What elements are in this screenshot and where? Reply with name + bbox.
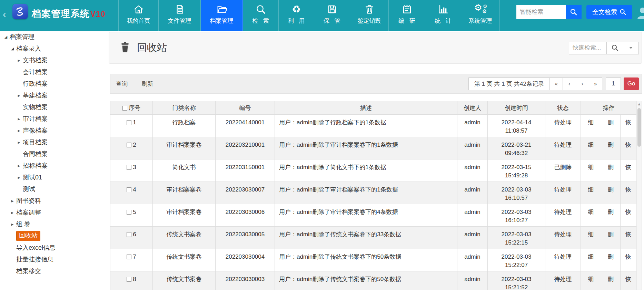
action-delete-link[interactable]: 删 — [601, 249, 621, 271]
go-button[interactable]: Go — [624, 77, 639, 90]
table-scrollbar[interactable]: ▲ — [636, 101, 642, 290]
tree-item[interactable]: ▸基建档案 — [0, 90, 102, 101]
tree-item-label[interactable]: 测试01 — [23, 173, 42, 182]
row-checkbox[interactable] — [127, 232, 131, 237]
nav-item-recycle[interactable]: ♻利 用 — [279, 0, 314, 31]
action-restore-link[interactable]: 恢 — [621, 182, 637, 204]
tree-item-label[interactable]: 合同档案 — [23, 150, 48, 158]
nav-item-save[interactable]: 保 管 — [314, 0, 350, 31]
query-button[interactable]: 查询 — [116, 80, 128, 88]
action-delete-link[interactable]: 删 — [601, 271, 621, 290]
row-checkbox[interactable] — [127, 120, 131, 125]
row-checkbox[interactable] — [127, 165, 131, 170]
tree-item[interactable]: 实物档案 — [0, 101, 102, 113]
action-delete-link[interactable]: 删 — [601, 204, 621, 227]
action-restore-link[interactable]: 恢 — [621, 159, 637, 182]
tree-collapsed-icon[interactable]: ▸ — [16, 58, 22, 63]
tree-item[interactable]: ▸组 卷 — [0, 218, 102, 230]
fulltext-search-button[interactable]: 全文检索 — [586, 5, 632, 19]
tree-item[interactable]: ▸招标档案 — [0, 160, 102, 172]
user-icon[interactable] — [637, 7, 644, 21]
action-restore-link[interactable]: 恢 — [621, 115, 637, 137]
tree-item[interactable]: ◢档案录入 — [0, 43, 102, 54]
nav-item-document[interactable]: 文件管理 — [159, 0, 201, 31]
tree-item[interactable]: 会计档案 — [0, 66, 102, 78]
tree-item-label[interactable]: 档案管理 — [10, 33, 34, 41]
action-delete-link[interactable]: 删 — [601, 159, 621, 182]
tree-expanded-icon[interactable]: ◢ — [3, 35, 9, 39]
scroll-up-icon[interactable]: ▲ — [637, 102, 642, 106]
action-detail-link[interactable]: 细 — [581, 182, 601, 204]
tree-item[interactable]: ▸审计档案 — [0, 113, 102, 125]
tree-item-label[interactable]: 导入excel信息 — [16, 244, 56, 252]
tree-item-label[interactable]: 图书资料 — [16, 197, 41, 205]
action-detail-link[interactable]: 细 — [581, 204, 601, 227]
scrollbar-thumb[interactable] — [637, 108, 641, 147]
action-detail-link[interactable]: 细 — [581, 115, 601, 137]
row-checkbox[interactable] — [127, 187, 131, 192]
nav-item-home[interactable]: 我的首页 — [119, 0, 159, 31]
tree-item[interactable]: 回收站 — [0, 230, 102, 242]
collapse-sidebar-icon[interactable]: ‹ — [3, 10, 6, 19]
tree-item-label[interactable]: 审计档案 — [23, 115, 48, 123]
tree-item[interactable]: ▸文书档案 — [0, 54, 102, 66]
nav-item-trash[interactable]: 鉴定销毁 — [350, 0, 389, 31]
action-detail-link[interactable]: 细 — [581, 137, 601, 159]
row-checkbox[interactable] — [127, 210, 131, 215]
action-detail-link[interactable]: 细 — [581, 249, 601, 271]
quick-search-dropdown[interactable] — [623, 42, 639, 54]
prev-page-button[interactable]: ‹ — [563, 77, 576, 90]
action-detail-link[interactable]: 细 — [581, 271, 601, 290]
tree-item-label[interactable]: 会计档案 — [23, 68, 48, 76]
next-page-button[interactable]: › — [576, 77, 589, 90]
tree-item-label[interactable]: 档案移交 — [16, 267, 41, 275]
tree-item-label[interactable]: 文书档案 — [23, 56, 48, 64]
tree-item[interactable]: ◢档案管理 — [0, 31, 102, 43]
tree-collapsed-icon[interactable]: ▸ — [16, 139, 22, 145]
last-page-button[interactable]: » — [589, 77, 602, 90]
tree-item-label[interactable]: 批量挂接信息 — [16, 255, 53, 263]
tree-item-label[interactable]: 招标档案 — [23, 162, 48, 170]
row-checkbox[interactable] — [127, 143, 131, 147]
action-restore-link[interactable]: 恢 — [621, 227, 637, 249]
tree-expanded-icon[interactable]: ◢ — [9, 46, 16, 51]
tree-item-label[interactable]: 实物档案 — [23, 103, 48, 111]
page-input[interactable] — [606, 77, 621, 90]
action-delete-link[interactable]: 删 — [601, 227, 621, 249]
action-restore-link[interactable]: 恢 — [621, 271, 637, 290]
tree-item[interactable]: ▸项目档案 — [0, 136, 102, 148]
nav-item-folder-open[interactable]: 档案管理 — [201, 0, 243, 31]
action-delete-link[interactable]: 删 — [601, 137, 621, 159]
action-restore-link[interactable]: 恢 — [621, 204, 637, 227]
tree-item[interactable]: ▸测试01 — [0, 172, 102, 183]
smart-search-button[interactable] — [566, 5, 582, 19]
tree-item[interactable]: ▸图书资料 — [0, 195, 102, 207]
tree-item-label[interactable]: 声像档案 — [23, 126, 48, 135]
tree-collapsed-icon[interactable]: ▸ — [16, 163, 22, 168]
tree-collapsed-icon[interactable]: ▸ — [16, 128, 22, 133]
nav-item-notebook[interactable]: 编 研 — [389, 0, 425, 31]
row-checkbox[interactable] — [127, 277, 131, 282]
refresh-button[interactable]: 刷新 — [141, 80, 153, 88]
tree-item-label[interactable]: 测试 — [23, 185, 35, 193]
tree-item-label[interactable]: 档案录入 — [16, 44, 41, 53]
tree-collapsed-icon[interactable]: ▸ — [16, 93, 22, 98]
first-page-button[interactable]: « — [550, 77, 563, 90]
tree-item[interactable]: 批量挂接信息 — [0, 253, 102, 265]
tree-item-label[interactable]: 行政档案 — [23, 80, 48, 88]
action-restore-link[interactable]: 恢 — [621, 249, 637, 271]
tree-collapsed-icon[interactable]: ▸ — [16, 175, 22, 180]
tree-item[interactable]: 导入excel信息 — [0, 242, 102, 253]
nav-item-search[interactable]: 检 索 — [243, 0, 279, 31]
quick-search-input[interactable] — [569, 42, 607, 54]
row-checkbox[interactable] — [127, 255, 131, 259]
tree-item-label[interactable]: 组 卷 — [16, 220, 30, 228]
nav-item-chart[interactable]: 统 计 — [425, 0, 461, 31]
select-all-checkbox[interactable] — [122, 106, 127, 111]
action-restore-link[interactable]: 恢 — [621, 137, 637, 159]
action-detail-link[interactable]: 细 — [581, 227, 601, 249]
tree-collapsed-icon[interactable]: ▸ — [16, 116, 22, 122]
tree-item[interactable]: ▸档案调整 — [0, 207, 102, 218]
nav-item-gears[interactable]: ⚙⚙⚙系统管理 — [461, 0, 500, 31]
tree-item[interactable]: 合同档案 — [0, 148, 102, 160]
